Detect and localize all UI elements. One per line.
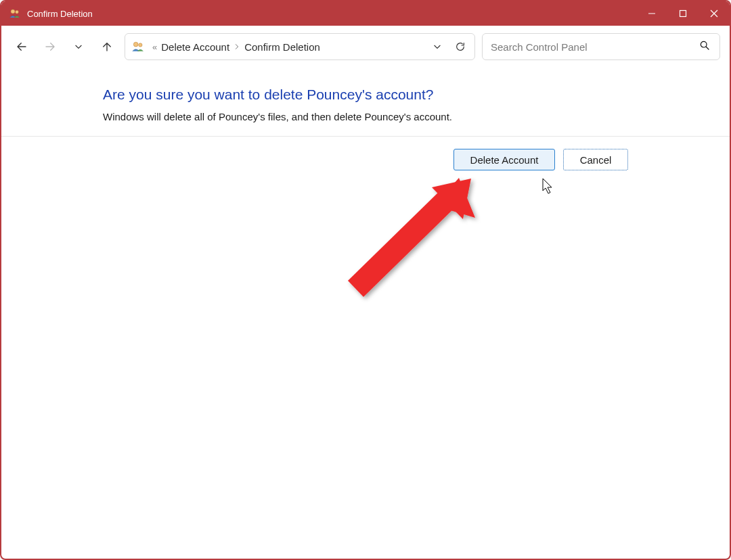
page-description: Windows will delete all of Pouncey's fil…	[103, 111, 628, 122]
window-title: Confirm Deletion	[27, 9, 93, 19]
cursor-icon	[543, 179, 552, 193]
cancel-button[interactable]: Cancel	[563, 149, 628, 170]
chevron-right-icon[interactable]	[231, 43, 243, 50]
user-accounts-icon	[8, 7, 22, 20]
maximize-button[interactable]	[667, 1, 699, 26]
svg-point-0	[11, 9, 15, 14]
close-button[interactable]	[699, 1, 730, 26]
svg-point-6	[133, 42, 138, 47]
svg-point-7	[139, 43, 142, 47]
breadcrumb: « Delete Account Confirm Deletion	[150, 41, 423, 53]
svg-line-9	[706, 47, 709, 49]
search-input[interactable]	[489, 41, 699, 53]
recent-locations-button[interactable]	[68, 36, 89, 57]
toolbar: « Delete Account Confirm Deletion	[1, 26, 730, 68]
user-accounts-icon	[131, 39, 146, 54]
minimize-button[interactable]	[636, 1, 667, 26]
address-dropdown-button[interactable]	[427, 37, 447, 57]
content-area: Are you sure you want to delete Pouncey'…	[1, 68, 730, 122]
breadcrumb-item-confirm-deletion[interactable]: Confirm Deletion	[244, 41, 320, 53]
annotation-arrow	[348, 178, 475, 297]
search-icon[interactable]	[699, 40, 713, 53]
delete-account-button[interactable]: Delete Account	[453, 149, 555, 170]
breadcrumb-item-delete-account[interactable]: Delete Account	[161, 41, 229, 53]
back-button[interactable]	[11, 36, 32, 57]
refresh-button[interactable]	[450, 37, 470, 57]
svg-point-1	[16, 10, 19, 14]
titlebar[interactable]: Confirm Deletion	[1, 1, 730, 26]
window: Confirm Deletion	[0, 0, 731, 560]
address-bar[interactable]: « Delete Account Confirm Deletion	[125, 33, 475, 60]
breadcrumb-overflow[interactable]: «	[150, 42, 160, 52]
svg-rect-3	[680, 11, 686, 17]
forward-button[interactable]	[39, 36, 61, 57]
search-bar[interactable]	[482, 33, 720, 60]
up-button[interactable]	[96, 36, 118, 57]
action-row: Delete Account Cancel	[1, 137, 730, 170]
page-headline: Are you sure you want to delete Pouncey'…	[103, 87, 628, 103]
